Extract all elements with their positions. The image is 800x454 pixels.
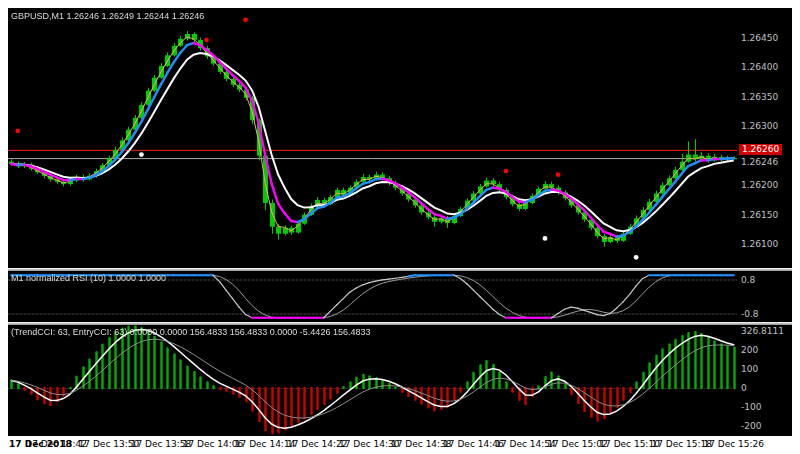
panel-splitter[interactable] xyxy=(8,268,792,271)
mt4-chart-window: GBPUSD,M1 1.26246 1.26249 1.26244 1.2624… xyxy=(0,0,800,454)
rsi-indicator-label: M1 normalized RSI (10) 1.0000 1.0000 xyxy=(11,273,166,283)
cci-tick-label: 326.8111 xyxy=(741,326,784,336)
cci-tick-label: 0 xyxy=(741,383,747,393)
price-tick-label: 1.26350 xyxy=(741,92,778,102)
price-axis[interactable]: 1.264501.264001.263501.263001.262001.261… xyxy=(737,8,792,436)
price-tick-label: 1.26400 xyxy=(741,62,778,72)
price-tick-label: 1.26300 xyxy=(741,121,778,131)
price-chart-canvas[interactable] xyxy=(8,8,737,436)
chart-frame: GBPUSD,M1 1.26246 1.26249 1.26244 1.2624… xyxy=(8,8,792,436)
price-tick-label: 1.26100 xyxy=(741,239,778,249)
cci-tick-label: -100 xyxy=(741,402,761,412)
rsi-tick-label: 0.8 xyxy=(741,275,755,285)
cci-tick-label: -200 xyxy=(741,421,761,431)
price-tick-label: 1.26200 xyxy=(741,180,778,190)
bid-price-label: 1.26246 xyxy=(741,157,778,167)
rsi-tick-label: -0.8 xyxy=(741,309,759,319)
time-tick-label: 17 Dec 15:26 xyxy=(703,439,764,449)
cci-tick-label: 200 xyxy=(741,345,758,355)
cci-indicator-label: (TrendCCI: 63, EntryCCI: 63) 0.0000 0.00… xyxy=(11,327,370,337)
ask-price-badge: 1.26260 xyxy=(739,144,782,155)
plot-area: GBPUSD,M1 1.26246 1.26249 1.26244 1.2624… xyxy=(8,8,737,436)
cci-tick-label: 100 xyxy=(741,364,758,374)
time-axis[interactable]: 17 Dec 201817 Dec 13:4217 Dec 13:5017 De… xyxy=(8,436,792,454)
symbol-ohlc-label: GBPUSD,M1 1.26246 1.26249 1.26244 1.2624… xyxy=(11,11,204,21)
ohlc-readout: 1.26246 1.26249 1.26244 1.26246 xyxy=(67,11,205,21)
panel-splitter[interactable] xyxy=(8,322,792,325)
symbol-timeframe-label: GBPUSD,M1 xyxy=(11,11,64,21)
price-tick-label: 1.26450 xyxy=(741,33,778,43)
price-tick-label: 1.26150 xyxy=(741,210,778,220)
